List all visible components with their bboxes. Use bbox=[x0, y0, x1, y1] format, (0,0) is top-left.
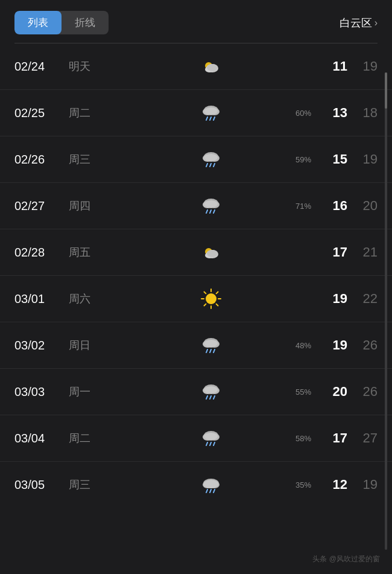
rain-percent: 60% bbox=[296, 109, 311, 118]
temp-high: 20 bbox=[347, 198, 378, 214]
day-label: 周五 bbox=[69, 245, 105, 260]
temp-low: 17 bbox=[317, 430, 347, 446]
weather-icon-col: 59% bbox=[105, 147, 317, 171]
svg-line-24 bbox=[213, 210, 215, 213]
svg-point-55 bbox=[204, 433, 218, 440]
svg-point-48 bbox=[204, 386, 218, 394]
weather-icon-col bbox=[105, 287, 317, 311]
weather-icon-col bbox=[105, 54, 317, 78]
weather-row[interactable]: 03/04 周二 58% 17 27 bbox=[0, 415, 392, 462]
svg-line-65 bbox=[213, 489, 215, 493]
svg-line-22 bbox=[206, 210, 207, 213]
svg-line-8 bbox=[206, 117, 207, 120]
weather-row[interactable]: 02/27 周四 71% 16 20 bbox=[0, 183, 392, 229]
day-label: 周六 bbox=[69, 292, 105, 306]
weather-row[interactable]: 02/26 周三 59% 15 19 bbox=[0, 136, 392, 183]
day-label: 周二 bbox=[69, 106, 105, 120]
date: 02/24 bbox=[14, 60, 69, 74]
chevron-right-icon: › bbox=[375, 18, 378, 28]
svg-line-16 bbox=[210, 164, 211, 167]
svg-line-64 bbox=[210, 489, 211, 493]
weather-icon-col: 35% bbox=[105, 473, 317, 497]
weather-icon-col bbox=[105, 240, 317, 264]
date: 02/25 bbox=[14, 106, 69, 120]
day-label: 周四 bbox=[69, 199, 105, 213]
day-label: 明天 bbox=[69, 59, 105, 74]
svg-line-51 bbox=[213, 396, 215, 399]
temp-low: 13 bbox=[317, 105, 347, 121]
scrollbar-track bbox=[385, 72, 387, 550]
svg-line-43 bbox=[210, 349, 211, 352]
svg-line-56 bbox=[206, 442, 207, 445]
svg-line-34 bbox=[204, 292, 206, 294]
weather-row[interactable]: 03/05 周三 35% 12 19 bbox=[0, 462, 392, 508]
temp-high: 19 bbox=[347, 59, 378, 74]
temp-high: 19 bbox=[347, 477, 378, 493]
svg-line-63 bbox=[206, 489, 207, 493]
temp-high: 18 bbox=[347, 105, 378, 121]
svg-line-42 bbox=[206, 349, 207, 352]
temp-low: 20 bbox=[317, 384, 347, 400]
svg-point-29 bbox=[206, 293, 217, 304]
footer-credit: 头条 @风吹过爱的窗 bbox=[312, 554, 380, 564]
weather-icon-col: 58% bbox=[105, 426, 317, 450]
svg-point-7 bbox=[204, 107, 218, 115]
weather-row[interactable]: 03/02 周日 48% 19 26 bbox=[0, 322, 392, 369]
date: 03/04 bbox=[14, 432, 69, 445]
scrollbar-thumb bbox=[385, 72, 387, 109]
svg-point-3 bbox=[207, 64, 218, 71]
date: 03/05 bbox=[14, 478, 69, 492]
rain-percent: 55% bbox=[296, 387, 311, 397]
rain-percent: 59% bbox=[296, 155, 311, 164]
svg-point-14 bbox=[204, 154, 218, 161]
temp-high: 21 bbox=[347, 244, 378, 260]
svg-point-62 bbox=[204, 480, 218, 488]
temp-high: 26 bbox=[347, 337, 378, 353]
svg-line-50 bbox=[210, 396, 211, 399]
tab-list[interactable]: 列表 bbox=[14, 11, 62, 34]
svg-line-9 bbox=[210, 117, 211, 120]
weather-icon-col: 71% bbox=[105, 194, 317, 218]
svg-line-44 bbox=[213, 349, 215, 352]
date: 03/01 bbox=[14, 292, 69, 306]
day-label: 周日 bbox=[69, 338, 105, 352]
temp-high: 22 bbox=[347, 291, 378, 307]
location-selector[interactable]: 白云区 › bbox=[340, 16, 378, 30]
header: 列表 折线 白云区 › bbox=[0, 0, 392, 43]
svg-point-21 bbox=[204, 200, 218, 208]
day-label: 周三 bbox=[69, 152, 105, 167]
day-label: 周二 bbox=[69, 431, 105, 445]
svg-line-49 bbox=[206, 396, 207, 399]
svg-line-37 bbox=[204, 304, 206, 306]
temp-high: 27 bbox=[347, 430, 378, 446]
weather-row[interactable]: 02/24 明天 11 19 bbox=[0, 43, 392, 90]
rain-percent: 71% bbox=[296, 202, 311, 211]
temp-low: 17 bbox=[317, 244, 347, 260]
weather-row[interactable]: 02/25 周二 60% 13 18 bbox=[0, 90, 392, 136]
day-label: 周一 bbox=[69, 384, 105, 399]
temp-high: 19 bbox=[347, 151, 378, 167]
weather-row[interactable]: 03/01 周六 19 22 bbox=[0, 276, 392, 322]
date: 03/02 bbox=[14, 339, 69, 352]
location-name: 白云区 bbox=[340, 16, 372, 30]
tab-group: 列表 折线 bbox=[14, 11, 109, 34]
temp-low: 19 bbox=[317, 291, 347, 307]
temp-low: 15 bbox=[317, 151, 347, 167]
rain-percent: 35% bbox=[296, 480, 311, 489]
svg-line-10 bbox=[213, 117, 215, 120]
weather-icon-col: 48% bbox=[105, 333, 317, 357]
date: 02/26 bbox=[14, 153, 69, 167]
svg-point-41 bbox=[204, 340, 218, 347]
tab-line[interactable]: 折线 bbox=[62, 11, 109, 34]
temp-low: 16 bbox=[317, 198, 347, 214]
svg-line-58 bbox=[213, 442, 215, 445]
svg-line-15 bbox=[206, 164, 207, 167]
weather-list: 02/24 明天 11 19 02/25 周二 bbox=[0, 43, 392, 508]
weather-row[interactable]: 02/28 周五 17 21 bbox=[0, 229, 392, 276]
temp-low: 11 bbox=[317, 59, 347, 74]
weather-row[interactable]: 03/03 周一 55% 20 26 bbox=[0, 369, 392, 415]
temp-low: 19 bbox=[317, 337, 347, 353]
svg-line-57 bbox=[210, 442, 211, 445]
weather-icon-col: 55% bbox=[105, 380, 317, 404]
day-label: 周三 bbox=[69, 477, 105, 492]
